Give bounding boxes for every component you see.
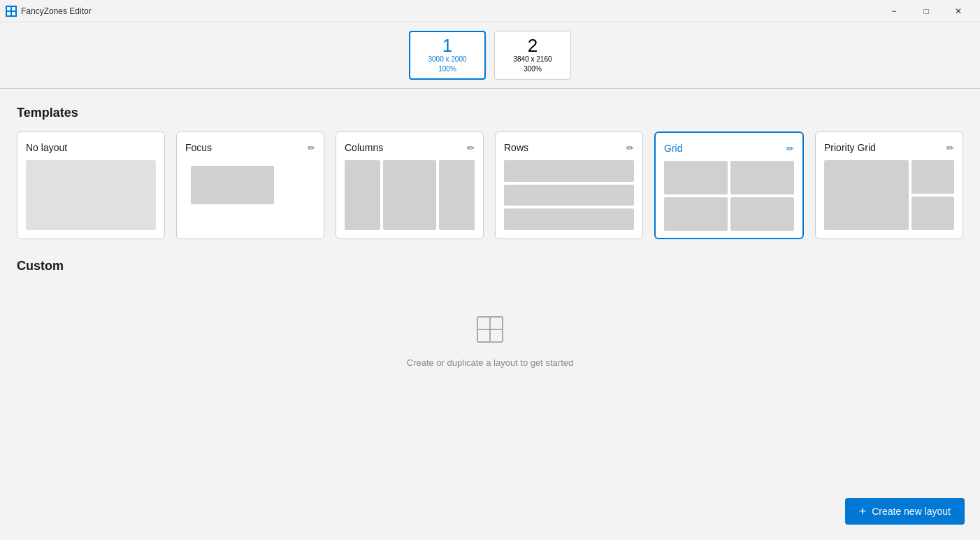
custom-empty-icon: [473, 313, 507, 349]
monitor-card-2[interactable]: 2 3840 x 2160300%: [494, 31, 571, 80]
priority-side-zone-1: [911, 160, 954, 194]
monitor-2-number: 2: [528, 36, 538, 55]
row-zone-2: [504, 185, 634, 206]
template-card-priority-grid-header: Priority Grid ✏: [824, 142, 954, 153]
app-icon: [6, 6, 17, 17]
template-card-focus[interactable]: Focus ✏: [176, 132, 324, 239]
rows-preview-inner: [504, 160, 634, 230]
template-focus-title: Focus: [185, 142, 212, 153]
templates-row: No layout Focus ✏ Columns ✏: [17, 132, 963, 239]
template-card-priority-grid[interactable]: Priority Grid ✏: [815, 132, 963, 239]
priority-grid-edit-icon[interactable]: ✏: [946, 143, 954, 153]
grid-zone-4: [730, 197, 794, 231]
templates-section-title: Templates: [17, 106, 963, 120]
template-card-no-layout[interactable]: No layout: [17, 132, 165, 239]
preview-columns: [345, 160, 475, 230]
main-content: Templates No layout Focus ✏: [0, 89, 980, 396]
grid-zone-1: [664, 161, 728, 194]
monitor-card-1[interactable]: 1 3000 x 2000100%: [409, 31, 486, 80]
svg-rect-1: [12, 7, 15, 10]
create-new-layout-button[interactable]: + Create new layout: [845, 498, 965, 525]
template-priority-grid-title: Priority Grid: [824, 142, 876, 153]
template-card-columns-header: Columns ✏: [345, 142, 475, 153]
minimize-button[interactable]: −: [878, 0, 910, 22]
focus-edit-icon[interactable]: ✏: [308, 143, 315, 153]
titlebar: FancyZones Editor − □ ✕: [0, 0, 980, 22]
columns-preview-inner: [345, 160, 475, 230]
app-title: FancyZones Editor: [21, 6, 92, 16]
columns-edit-icon[interactable]: ✏: [467, 143, 475, 153]
focus-preview-inner: [185, 160, 315, 230]
titlebar-controls: − □ ✕: [878, 0, 974, 22]
template-card-rows-header: Rows ✏: [504, 142, 634, 153]
col-zone-3: [439, 160, 475, 230]
monitor-1-resolution: 3000 x 2000100%: [428, 55, 466, 74]
grid-preview-inner: [664, 161, 794, 231]
template-columns-title: Columns: [345, 142, 383, 153]
custom-empty-state: Create or duplicate a layout to get star…: [17, 285, 963, 396]
template-card-rows[interactable]: Rows ✏: [495, 132, 643, 239]
close-button[interactable]: ✕: [942, 0, 974, 22]
col-zone-1: [345, 160, 380, 230]
template-card-grid-header: Grid ✏: [664, 143, 794, 154]
preview-rows: [504, 160, 634, 230]
preview-priority-grid: [824, 160, 954, 230]
create-btn-label: Create new layout: [872, 506, 951, 517]
grid-edit-icon[interactable]: ✏: [786, 143, 794, 154]
col-zone-2: [383, 160, 436, 230]
rows-edit-icon[interactable]: ✏: [626, 143, 634, 153]
template-card-grid[interactable]: Grid ✏: [654, 132, 804, 239]
grid-zone-3: [664, 197, 728, 231]
template-grid-title: Grid: [664, 143, 682, 154]
template-card-no-layout-header: No layout: [26, 142, 156, 153]
grid-zone-2: [730, 161, 794, 194]
svg-rect-2: [7, 12, 10, 15]
monitor-2-resolution: 3840 x 2160300%: [513, 55, 552, 74]
no-layout-zone: [26, 160, 156, 230]
maximize-button[interactable]: □: [910, 0, 942, 22]
monitor-bar: 1 3000 x 2000100% 2 3840 x 2160300%: [0, 22, 980, 88]
row-zone-1: [504, 160, 634, 182]
svg-rect-0: [7, 7, 10, 10]
custom-section-title: Custom: [17, 259, 963, 273]
template-no-layout-title: No layout: [26, 142, 67, 153]
titlebar-left: FancyZones Editor: [6, 6, 92, 17]
priority-grid-preview-inner: [824, 160, 954, 230]
custom-empty-text: Create or duplicate a layout to get star…: [407, 357, 573, 368]
priority-main-zone: [824, 160, 909, 230]
preview-focus: [185, 160, 315, 230]
preview-grid: [664, 161, 794, 231]
preview-no-layout: [26, 160, 156, 230]
monitor-1-number: 1: [442, 36, 452, 55]
template-card-columns[interactable]: Columns ✏: [336, 132, 484, 239]
svg-rect-3: [12, 12, 15, 15]
row-zone-3: [504, 208, 634, 230]
focus-main-zone: [191, 166, 274, 204]
template-card-focus-header: Focus ✏: [185, 142, 315, 153]
create-btn-plus-icon: +: [859, 505, 867, 518]
template-rows-title: Rows: [504, 142, 528, 153]
priority-side-zone-2: [911, 197, 954, 230]
